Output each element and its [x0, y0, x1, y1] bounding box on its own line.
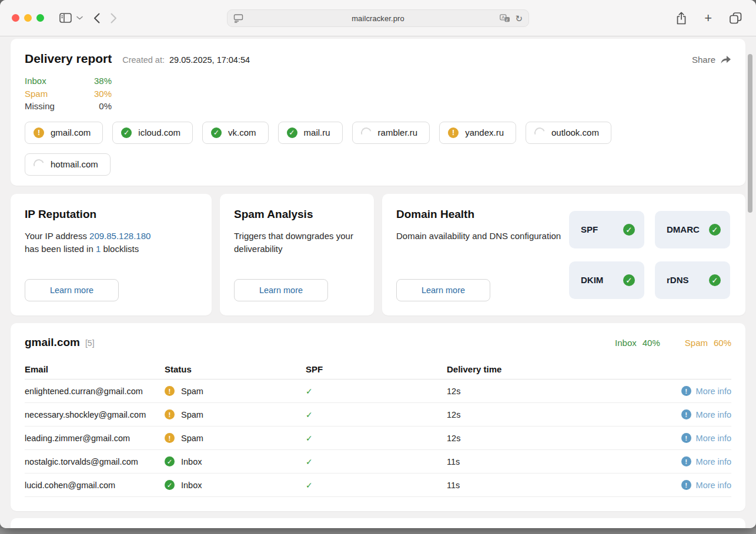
share-report-button[interactable]: Share: [692, 55, 731, 65]
minimize-button[interactable]: [24, 14, 32, 22]
domain-learn-more-button[interactable]: Learn more: [396, 279, 490, 301]
translate-icon[interactable]: Az: [500, 14, 510, 22]
more-info-link[interactable]: !More info: [667, 386, 731, 396]
svg-text:A: A: [502, 15, 506, 20]
table-row: lucid.cohen@gmail.com Inbox ✓ 11s !More …: [25, 473, 731, 497]
more-info-link[interactable]: !More info: [667, 480, 731, 490]
summary-stats: Inbox 38% Spam 30% Missing 0%: [25, 75, 731, 113]
share-icon: [676, 12, 687, 25]
more-info-link[interactable]: !More info: [667, 409, 731, 419]
status-success-icon: [165, 480, 175, 490]
zoom-button[interactable]: [36, 14, 44, 22]
more-info-label: More info: [696, 457, 731, 466]
tabs-overview-button[interactable]: [727, 10, 744, 26]
status-label: Spam: [181, 434, 203, 443]
stat-label: Spam: [25, 88, 48, 100]
stat-inbox: Inbox 38%: [25, 75, 112, 88]
sidebar-icon: [59, 13, 72, 23]
check-success-icon: [709, 224, 721, 236]
more-info-label: More info: [696, 387, 731, 396]
info-icon: !: [681, 456, 691, 466]
chevron-down-icon: [76, 16, 83, 20]
svg-text:z: z: [506, 18, 509, 22]
table-row: enlightened.curran@gmail.com Spam ✓ 12s …: [25, 379, 731, 403]
sidebar-toggle-button[interactable]: [57, 11, 74, 25]
stat-value: 30%: [94, 88, 112, 100]
close-button[interactable]: [12, 14, 19, 22]
status-success-icon: [121, 127, 132, 138]
domain-chip-yandex[interactable]: yandex.ru: [439, 122, 516, 144]
dkim-badge: DKIM: [569, 261, 644, 299]
more-info-label: More info: [696, 410, 731, 419]
stat-missing: Missing 0%: [25, 100, 112, 113]
domain-chip-rambler[interactable]: rambler.ru: [352, 122, 430, 144]
url-text: mailcracker.pro: [228, 14, 528, 23]
domain-chip-list: gmail.com icloud.com vk.com mail.ru ramb…: [25, 122, 671, 176]
email-cell: enlightened.curran@gmail.com: [25, 387, 165, 396]
domain-chip-outlook[interactable]: outlook.com: [526, 122, 611, 144]
created-at-label: Created at:: [122, 55, 165, 65]
status-warning-icon: [165, 409, 175, 419]
card-title: Domain Health: [396, 208, 569, 221]
badge-label: SPF: [581, 224, 598, 234]
share-page-button[interactable]: [674, 9, 689, 27]
window-controls: [12, 14, 44, 22]
spf-check-icon: ✓: [306, 410, 447, 419]
domain-chip-label: vk.com: [228, 127, 256, 137]
email-cell: nostalgic.torvalds@gmail.com: [25, 457, 165, 466]
page-title: Delivery report: [25, 52, 112, 66]
email-cell: leading.zimmer@gmail.com: [25, 434, 165, 443]
info-icon: !: [681, 433, 691, 443]
scrollbar-thumb[interactable]: [748, 54, 752, 213]
spam-learn-more-button[interactable]: Learn more: [234, 279, 328, 301]
domain-chip-gmail[interactable]: gmail.com: [25, 122, 103, 144]
spf-badge: SPF: [569, 211, 644, 248]
status-loading-icon: [359, 126, 373, 140]
delivery-time-cell: 12s: [447, 387, 667, 396]
table-row: necessary.shockley@gmail.com Spam ✓ 12s …: [25, 403, 731, 426]
badge-label: DMARC: [667, 224, 700, 234]
table-domain-title: gmail.com: [25, 336, 80, 349]
stat-value: 38%: [94, 75, 112, 88]
stat-label: Inbox: [25, 75, 46, 88]
page-content: Delivery report Created at: 29.05.2025, …: [0, 36, 756, 528]
status-loading-icon: [32, 157, 46, 172]
more-info-link[interactable]: !More info: [667, 433, 731, 443]
more-info-link[interactable]: !More info: [667, 456, 731, 466]
domain-chip-icloud[interactable]: icloud.com: [112, 122, 193, 144]
new-tab-icon: +: [704, 12, 712, 25]
status-label: Spam: [181, 387, 203, 396]
status-loading-icon: [533, 126, 547, 140]
ip-reputation-card: IP Reputation Your IP address 209.85.128…: [11, 194, 212, 315]
domain-chip-hotmail[interactable]: hotmail.com: [25, 153, 111, 176]
tabs-overview-icon: [730, 12, 742, 24]
ip-address-link[interactable]: 209.85.128.180: [89, 231, 150, 241]
info-icon: !: [681, 480, 691, 490]
forward-icon: [111, 13, 117, 23]
status-label: Inbox: [181, 457, 202, 466]
share-arrow-icon: [720, 55, 731, 64]
status-label: Inbox: [181, 481, 202, 490]
domain-chip-mailru[interactable]: mail.ru: [278, 122, 343, 144]
spam-analysis-text: Triggers that downgrades your deliverabi…: [234, 230, 360, 256]
back-button[interactable]: [91, 11, 102, 26]
table-row: nostalgic.torvalds@gmail.com Inbox ✓ 11s…: [25, 450, 731, 473]
card-title: IP Reputation: [25, 208, 198, 221]
address-bar[interactable]: mailcracker.pro Az ↻: [227, 9, 529, 27]
domain-chip-label: rambler.ru: [378, 127, 418, 137]
ip-learn-more-button[interactable]: Learn more: [25, 279, 119, 301]
new-tab-button[interactable]: +: [702, 9, 714, 27]
table-row: leading.zimmer@gmail.com Spam ✓ 12s !Mor…: [25, 426, 731, 450]
browser-window: mailcracker.pro Az ↻ +: [0, 0, 756, 528]
forward-button[interactable]: [108, 11, 119, 26]
created-at: Created at: 29.05.2025, 17:04:54: [122, 55, 250, 65]
badge-label: DKIM: [581, 275, 603, 285]
status-success-icon: [211, 127, 222, 138]
reload-icon[interactable]: ↻: [515, 14, 523, 23]
created-at-value: 29.05.2025, 17:04:54: [169, 55, 250, 65]
col-email: Email: [25, 364, 165, 374]
domain-chip-vk[interactable]: vk.com: [202, 122, 269, 144]
sidebar-menu-button[interactable]: [74, 14, 85, 22]
stat-value: 0%: [99, 100, 112, 113]
domain-chip-label: hotmail.com: [51, 159, 98, 169]
